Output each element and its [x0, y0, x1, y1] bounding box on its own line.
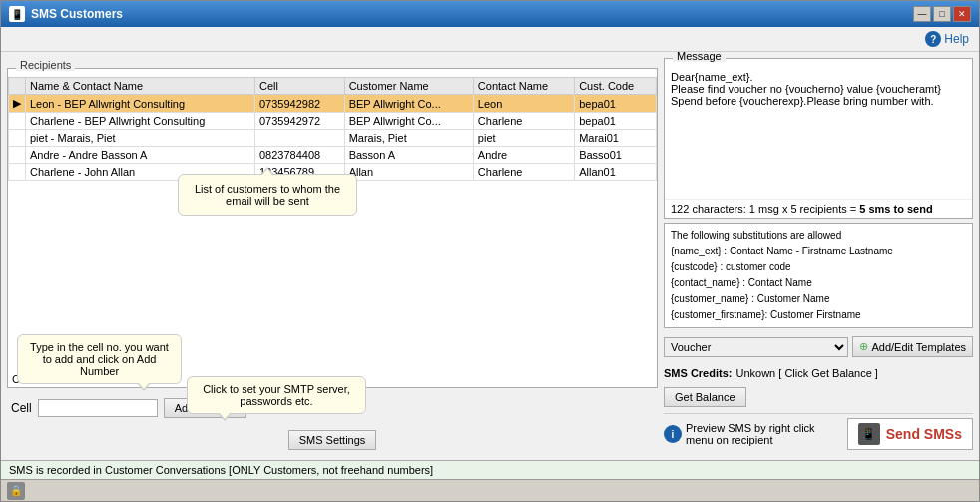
- phone-icon: 📱: [858, 423, 880, 445]
- row-customer: Allan: [344, 164, 473, 181]
- right-panel: Message 122 characters: 1 msg x 5 recipi…: [664, 58, 973, 454]
- row-contact: Charlene: [473, 113, 574, 130]
- bottom-controls: Type in the cell no. you want to add and…: [7, 394, 658, 454]
- minimize-button[interactable]: —: [913, 6, 931, 22]
- col-custcode: Cust. Code: [575, 78, 657, 95]
- title-bar: 📱 SMS Customers — □ ✕: [1, 1, 979, 27]
- preview-button[interactable]: i Preview SMS by right click menu on rec…: [664, 422, 841, 446]
- substitutions-list: {name_ext} : Contact Name - Firstname La…: [671, 244, 966, 323]
- row-arrow: [9, 147, 26, 164]
- cell-input[interactable]: [38, 399, 158, 417]
- preview-send-bar: i Preview SMS by right click menu on rec…: [664, 413, 973, 454]
- lock-bar: 🔒: [1, 479, 979, 501]
- row-name: Charlene - BEP Allwright Consulting: [26, 113, 255, 130]
- row-cell: 0735942972: [254, 113, 344, 130]
- template-select[interactable]: Voucher: [664, 337, 848, 357]
- substitution-item: {customer_firstname}: Customer Firstname: [671, 307, 966, 323]
- row-name: Andre - Andre Basson A: [26, 147, 255, 164]
- credits-label: SMS Credits:: [664, 367, 732, 379]
- help-label: Help: [944, 32, 969, 46]
- status-text: SMS is recorded in Customer Conversation…: [9, 464, 433, 476]
- row-contact: piet: [473, 130, 574, 147]
- substitution-item: {name_ext} : Contact Name - Firstname La…: [671, 244, 966, 259]
- row-custcode: Marai01: [575, 130, 657, 147]
- sms-count: 122 characters: 1 msg x 5 recipients = 5…: [665, 199, 972, 218]
- smtp-tooltip-text: Click to set your SMTP server, passwords…: [203, 383, 350, 407]
- row-custcode: Basso01: [575, 147, 657, 164]
- substitutions-header: The following substitutions are allowed: [671, 228, 966, 244]
- add-tooltip-container: Type in the cell no. you want to add and…: [17, 334, 182, 384]
- list-tooltip: List of customers to whom the email will…: [178, 174, 357, 216]
- row-name: piet - Marais, Piet: [26, 130, 255, 147]
- restore-button[interactable]: □: [933, 6, 951, 22]
- row-customer: Basson A: [344, 147, 473, 164]
- char-count: 122 characters: 1 msg x 5 recipients =: [671, 203, 856, 215]
- title-bar-left: 📱 SMS Customers: [9, 6, 123, 22]
- smtp-tooltip: Click to set your SMTP server, passwords…: [187, 376, 366, 414]
- recipients-label: Recipients: [16, 59, 75, 71]
- cell-label: Cell: [11, 401, 32, 415]
- col-contact: Contact Name: [473, 78, 574, 95]
- window-title: SMS Customers: [31, 7, 123, 21]
- sms-settings-bar: SMS Settings Click to set your SMTP serv…: [7, 426, 658, 454]
- row-customer: BEP Allwright Co...: [344, 95, 473, 113]
- send-sms-button[interactable]: 📱 Send SMSs: [847, 418, 973, 450]
- row-customer: Marais, Piet: [344, 130, 473, 147]
- recipients-table: Name & Contact Name Cell Customer Name C…: [8, 77, 657, 181]
- substitution-item: {custcode} : customer code: [671, 259, 966, 275]
- recipients-table-container[interactable]: Name & Contact Name Cell Customer Name C…: [8, 77, 657, 371]
- col-customer: Customer Name: [344, 78, 473, 95]
- row-cell: 0735942982: [254, 95, 344, 113]
- row-arrow: [9, 164, 26, 181]
- add-template-icon: ⊕: [859, 340, 868, 353]
- app-icon: 📱: [9, 6, 25, 22]
- row-contact: Leon: [473, 95, 574, 113]
- credits-row: SMS Credits: Unkown [ Click Get Balance …: [664, 365, 973, 381]
- credits-value: Unkown [ Click Get Balance ]: [735, 367, 877, 379]
- smtp-tooltip-container: Click to set your SMTP server, passwords…: [187, 376, 366, 414]
- close-button[interactable]: ✕: [953, 6, 971, 22]
- row-cell: 0823784408: [254, 147, 344, 164]
- add-edit-label: Add/Edit Templates: [871, 341, 966, 353]
- get-balance-row: Get Balance: [664, 385, 973, 409]
- get-balance-button[interactable]: Get Balance: [664, 387, 746, 407]
- row-contact: Andre: [473, 147, 574, 164]
- list-tooltip-text: List of customers to whom the email will…: [195, 183, 340, 207]
- row-custcode: Allan01: [575, 164, 657, 181]
- table-row[interactable]: Charlene - BEP Allwright Consulting 0735…: [9, 113, 657, 130]
- template-row: Voucher ⊕ Add/Edit Templates: [664, 332, 973, 361]
- row-custcode: bepa01: [575, 113, 657, 130]
- message-label: Message: [673, 52, 726, 62]
- add-edit-templates-button[interactable]: ⊕ Add/Edit Templates: [852, 336, 973, 357]
- substitution-item: {customer_name} : Customer Name: [671, 291, 966, 307]
- table-row[interactable]: piet - Marais, Piet Marais, Piet piet Ma…: [9, 130, 657, 147]
- add-tooltip-text: Type in the cell no. you want to add and…: [30, 341, 169, 377]
- help-icon: ?: [925, 31, 941, 47]
- list-tooltip-container: List of customers to whom the email will…: [178, 174, 357, 216]
- message-textarea[interactable]: [665, 65, 972, 199]
- info-icon: i: [664, 425, 682, 443]
- row-arrow: [9, 113, 26, 130]
- col-cell: Cell: [254, 78, 344, 95]
- substitution-item: {contact_name} : Contact Name: [671, 275, 966, 291]
- status-bar: SMS is recorded in Customer Conversation…: [1, 460, 979, 479]
- substitutions-panel: The following substitutions are allowed …: [664, 223, 973, 328]
- add-tooltip: Type in the cell no. you want to add and…: [17, 334, 182, 384]
- lock-icon: 🔒: [7, 482, 25, 500]
- row-cell: [254, 130, 344, 147]
- col-name: Name & Contact Name: [26, 78, 255, 95]
- row-name: Leon - BEP Allwright Consulting: [26, 95, 255, 113]
- message-panel: Message 122 characters: 1 msg x 5 recipi…: [664, 58, 973, 219]
- main-content: Recipients Name & Contact Name Cell Cust…: [1, 52, 979, 460]
- help-button[interactable]: ? Help: [925, 31, 969, 47]
- row-custcode: bepa01: [575, 95, 657, 113]
- row-customer: BEP Allwright Co...: [344, 113, 473, 130]
- send-label: Send SMSs: [886, 426, 962, 442]
- table-row[interactable]: Andre - Andre Basson A 0823784408 Basson…: [9, 147, 657, 164]
- main-window: 📱 SMS Customers — □ ✕ ? Help Recipients: [0, 0, 980, 502]
- sms-count-bold: 5 sms to send: [859, 203, 932, 215]
- left-panel: Recipients Name & Contact Name Cell Cust…: [7, 58, 658, 454]
- sms-settings-button[interactable]: SMS Settings: [288, 430, 377, 450]
- table-row[interactable]: ▶ Leon - BEP Allwright Consulting 073594…: [9, 95, 657, 113]
- help-bar: ? Help: [1, 27, 979, 52]
